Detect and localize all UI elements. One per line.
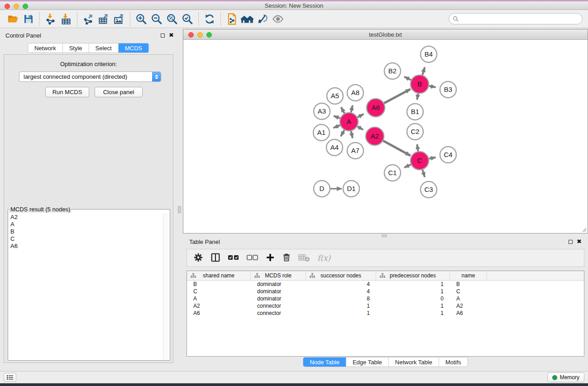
horizontal-divider-handle[interactable]: [382, 234, 387, 237]
edge-C-C1[interactable]: [404, 165, 411, 168]
new-network-from-selection-button[interactable]: [224, 12, 239, 26]
node-A4[interactable]: A4: [326, 139, 343, 156]
tab-network-table[interactable]: Network Table: [388, 357, 439, 367]
node-A1[interactable]: A1: [313, 124, 330, 141]
edge-A-A4[interactable]: [341, 130, 344, 136]
edge-B-B3[interactable]: [429, 86, 436, 87]
node-A[interactable]: A: [340, 113, 358, 131]
tab-style[interactable]: Style: [62, 43, 89, 52]
tab-mcds[interactable]: MCDS: [118, 43, 148, 52]
run-mcds-button[interactable]: Run MCDS: [45, 87, 89, 97]
export-image-button[interactable]: [111, 12, 127, 26]
edge-A-A6[interactable]: [358, 114, 364, 117]
edge-B-B1[interactable]: [417, 94, 418, 100]
edge-A-A8[interactable]: [351, 105, 352, 113]
tab-motifs[interactable]: Motifs: [439, 357, 468, 367]
edge-A-A1[interactable]: [333, 125, 340, 128]
close-panel-icon[interactable]: ✖: [169, 33, 174, 38]
memory-button[interactable]: Memory: [547, 372, 584, 382]
zoom-in-button[interactable]: [134, 12, 149, 26]
export-table-button[interactable]: [96, 12, 111, 26]
edge-B-B2[interactable]: [404, 77, 411, 80]
edge-C-C3[interactable]: [422, 170, 425, 177]
node-A3[interactable]: A3: [314, 103, 330, 119]
result-item[interactable]: A: [9, 221, 163, 228]
node-A2[interactable]: A2: [366, 127, 384, 145]
table-row[interactable]: Bdominator41B: [187, 281, 584, 288]
resize-grip-icon[interactable]: [581, 227, 587, 232]
edge-A2-C[interactable]: [383, 141, 410, 156]
table-row[interactable]: Adominator80A: [187, 295, 584, 302]
column-view-button[interactable]: [210, 253, 220, 264]
show-hide-button[interactable]: [270, 12, 286, 26]
select-all-button[interactable]: [228, 253, 239, 263]
zoom-selected-button[interactable]: [180, 12, 195, 26]
network-graph[interactable]: B4B2BB3A5A8A6A3B1AA1C2A2A4A7C4CC1C3DD1: [183, 40, 588, 233]
node-D1[interactable]: D1: [343, 181, 359, 197]
import-table-button[interactable]: [58, 12, 74, 26]
deselect-all-button[interactable]: [247, 253, 258, 263]
node-A6[interactable]: A6: [367, 99, 385, 117]
save-session-button[interactable]: [21, 12, 36, 26]
node-C1[interactable]: C1: [384, 165, 401, 181]
close-panel-button[interactable]: Close panel: [95, 87, 143, 97]
open-session-button[interactable]: [5, 12, 21, 26]
mcds-result-list[interactable]: A2ABCA6: [9, 214, 163, 359]
edge-A-A2[interactable]: [357, 126, 363, 129]
table-row[interactable]: Cdominator41C: [187, 288, 584, 295]
table-settings-button[interactable]: [193, 253, 203, 264]
tab-edge-table[interactable]: Edge Table: [346, 357, 388, 367]
tab-select[interactable]: Select: [89, 43, 118, 52]
node-A5[interactable]: A5: [327, 88, 343, 104]
result-item[interactable]: B: [9, 228, 163, 235]
criterion-select[interactable]: largest connected component (directed): [19, 71, 161, 82]
column-header-successor-nodes[interactable]: successor nodes: [306, 271, 376, 280]
column-header-MCDS-role[interactable]: MCDS role: [251, 271, 306, 280]
style-disable-button[interactable]: [255, 12, 270, 26]
table-row[interactable]: A6connector11A6: [187, 310, 584, 317]
node-B2[interactable]: B2: [384, 63, 401, 79]
edge-A6-B[interactable]: [384, 89, 411, 103]
column-header-predecessor-nodes[interactable]: predecessor nodes: [376, 271, 450, 280]
float-table-panel-icon[interactable]: [569, 240, 573, 244]
column-header-shared-name[interactable]: shared name: [187, 271, 251, 280]
column-header-name[interactable]: name: [450, 271, 487, 280]
float-panel-icon[interactable]: [161, 33, 165, 38]
edge-B-B4[interactable]: [422, 67, 425, 75]
tab-network[interactable]: Network: [28, 43, 62, 52]
panel-divider-handle[interactable]: [178, 206, 181, 213]
network-canvas[interactable]: B4B2BB3A5A8A6A3B1AA1C2A2A4A7C4CC1C3DD1: [183, 40, 588, 233]
task-history-button[interactable]: [4, 373, 16, 382]
search-input[interactable]: [459, 14, 582, 24]
node-B1[interactable]: B1: [407, 104, 423, 120]
import-network-button[interactable]: [43, 12, 58, 26]
close-table-panel-icon[interactable]: ✖: [577, 239, 582, 244]
edge-A-A7[interactable]: [351, 131, 352, 138]
edge-A-A3[interactable]: [334, 116, 340, 118]
function-builder-button[interactable]: f(x): [317, 253, 330, 262]
node-A8[interactable]: A8: [347, 85, 363, 101]
node-B3[interactable]: B3: [440, 81, 456, 98]
zoom-fit-button[interactable]: [164, 12, 180, 26]
node-B[interactable]: B: [411, 75, 429, 93]
table-row[interactable]: A2connector11A2: [187, 302, 584, 310]
result-item[interactable]: A6: [9, 243, 163, 250]
result-item[interactable]: C: [9, 235, 163, 243]
result-scrollbar[interactable]: [163, 214, 169, 359]
node-C4[interactable]: C4: [440, 147, 456, 163]
node-B4[interactable]: B4: [421, 46, 437, 62]
edge-A-A5[interactable]: [341, 107, 344, 114]
zoom-out-button[interactable]: [149, 12, 164, 26]
add-column-button[interactable]: [266, 253, 275, 263]
node-A7[interactable]: A7: [347, 143, 363, 159]
delete-table-button[interactable]: [298, 253, 310, 263]
node-C3[interactable]: C3: [421, 181, 437, 198]
export-network-button[interactable]: [81, 12, 96, 26]
tab-node-table[interactable]: Node Table: [303, 357, 346, 367]
home-button[interactable]: [239, 12, 255, 26]
edge-C-C2[interactable]: [417, 144, 418, 151]
result-item[interactable]: A2: [9, 214, 163, 221]
node-C[interactable]: C: [411, 152, 429, 170]
edge-C-C4[interactable]: [429, 157, 436, 159]
delete-column-button[interactable]: [282, 253, 291, 263]
